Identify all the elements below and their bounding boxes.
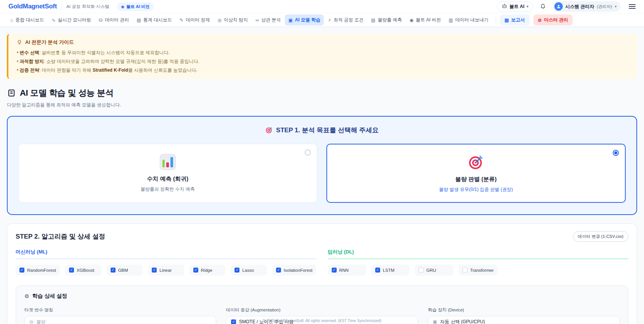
algo-chip-isolationforest[interactable]: IsolationForest (272, 265, 316, 276)
algo-chip-transformer[interactable]: Transformer (459, 265, 498, 276)
nav-label: 상관 분석 (261, 17, 281, 23)
page-title: AI 모델 학습 및 성능 분석 (20, 87, 114, 99)
notifications-button[interactable] (540, 3, 546, 10)
dl-section-title: 딥러닝 (DL) (328, 249, 629, 259)
algo-label: IsolationForest (284, 268, 312, 273)
home-icon: ⌂ (10, 18, 13, 23)
cpu-icon (7, 88, 16, 98)
step2-panel: STEP 2. 알고리즘 및 상세 설정 데이터 변경 (1-CSV.csv) … (7, 223, 637, 324)
top-bar: GoldMagnetSoft AI 공정 최적화 시스템 ◉ 볼트 AI 비전 … (0, 0, 644, 13)
checkbox[interactable] (19, 268, 24, 273)
radio-regression[interactable] (305, 149, 311, 156)
guide-item-label: 과적합 방지 (20, 59, 44, 64)
database-icon: ⛁ (99, 18, 103, 23)
goal-option-regression[interactable]: 수치 예측 (회귀) 불량률의 정확한 수치 예측 (18, 144, 317, 203)
robot-icon (502, 3, 507, 10)
bell-icon (540, 3, 546, 10)
chevron-down-icon: ▾ (527, 5, 528, 8)
eye-icon: ◉ (121, 5, 125, 9)
checkbox[interactable] (152, 268, 157, 273)
footer: © 2025 GoldMagnetSoft. All rights reserv… (0, 319, 644, 323)
algo-chip-gru[interactable]: GRU (415, 265, 453, 276)
algo-label: GRU (426, 268, 436, 273)
nav-label: 불량률 예측 (378, 17, 402, 23)
checkbox[interactable] (375, 268, 380, 273)
checkbox[interactable] (276, 268, 281, 273)
nav-item-data-export[interactable]: ▥데이터 내보내기 (445, 14, 492, 26)
nav-item-bolt-ai-vision[interactable]: ◉볼트 AI 비전 (406, 14, 445, 26)
vision-badge-label: 볼트 AI 비전 (126, 4, 149, 10)
nav-label: 이상치 탐지 (224, 17, 248, 23)
radio-classification[interactable] (613, 150, 619, 156)
guide-item: • 과적합 방지: 소량 데이터셋을 고려하여 강력한 모델 규제(깊이 제한 … (17, 58, 629, 65)
user-menu[interactable]: 시스템 관리자 (관리자) ▾ (553, 1, 620, 12)
user-name: 시스템 관리자 (565, 3, 594, 10)
step1-title-row: STEP 1. 분석 목표를 선택해 주세요 (18, 126, 626, 135)
algo-chip-lasso[interactable]: Lasso (231, 265, 267, 276)
algo-chip-gbm[interactable]: GBM (107, 265, 143, 276)
block-icon: ⊘ (538, 18, 542, 23)
checkbox[interactable] (419, 268, 424, 273)
eye-icon: ◉ (410, 18, 413, 23)
nav-item-realtime-monitoring[interactable]: ∿실시간 모니터링 (48, 14, 95, 26)
algo-label: RandomForest (27, 268, 56, 273)
checkbox[interactable] (111, 268, 116, 273)
guide-item: • 검증 전략: 데이터 편향을 막기 위해 Stratified K-Fold… (17, 67, 629, 74)
master-admin-button[interactable]: ⊘마스터 관리 (533, 14, 573, 26)
checkbox[interactable] (193, 268, 198, 273)
nav-item-dashboard[interactable]: ⌂종합 대시보드 (7, 14, 48, 26)
vision-badge[interactable]: ◉ 볼트 AI 비전 (117, 2, 154, 11)
ml-algo-list: RandomForest XGBoost GBM Linear Ridge La… (16, 265, 316, 276)
change-data-button[interactable]: 데이터 변경 (1-CSV.csv) (573, 231, 628, 242)
nav-item-correlation[interactable]: ∞상관 분석 (252, 14, 284, 26)
nav-item-data-management[interactable]: ⛁데이터 관리 (95, 14, 132, 26)
checkbox[interactable] (69, 268, 74, 273)
goal-option-classification[interactable]: 불량 판별 (분류) 불량 발생 유무(0/1) 집중 판별 (권장) (326, 144, 626, 203)
nav-label: 통계 대시보드 (143, 17, 172, 23)
ml-column: 머신러닝 (ML) RandomForest XGBoost GBM Linea… (16, 249, 316, 276)
guide-title: AI 전문가 분석 가이드 (25, 39, 74, 46)
algo-label: Linear (159, 268, 172, 273)
dart-target-emoji-icon (335, 154, 618, 170)
lightbulb-icon (17, 40, 22, 45)
nav-label: AI 모델 학습 (295, 17, 321, 23)
nav-label: 볼트 AI 비전 (416, 17, 441, 23)
user-role: (관리자) (597, 4, 612, 10)
goal-options: 수치 예측 (회귀) 불량률의 정확한 수치 예측 불량 판별 (분류) 불량 … (18, 144, 626, 203)
guide-title-row: AI 전문가 분석 가이드 (17, 39, 629, 46)
guide-item-label: 변수 선택 (20, 50, 39, 55)
nav-item-data-cleaning[interactable]: ✎데이터 정제 (176, 14, 213, 26)
algo-label: Ridge (201, 268, 212, 273)
report-button[interactable]: ▤보고서 (500, 14, 529, 26)
monitor-icon: ▣ (288, 18, 292, 23)
main-content: AI 전문가 분석 가이드 • 변수 선택: 설비번호 등 무의미한 식별자는 … (0, 27, 644, 324)
nav-item-ai-model-training[interactable]: ▣AI 모델 학습 (285, 14, 324, 26)
checkbox[interactable] (234, 268, 239, 273)
report-icon: ▤ (504, 18, 509, 23)
algo-chip-rnn[interactable]: RNN (328, 265, 366, 276)
step1-title: STEP 1. 분석 목표를 선택해 주세요 (276, 126, 379, 135)
algo-chip-linear[interactable]: Linear (148, 265, 184, 276)
nav-item-optimal-conditions[interactable]: ⚡최적 공정 조건 (324, 14, 367, 26)
algo-chip-lstm[interactable]: LSTM (371, 265, 410, 276)
document-icon: ▤ (371, 18, 375, 23)
nav-item-outlier-detection[interactable]: ◎이상치 탐지 (214, 14, 252, 26)
nav-item-defect-prediction[interactable]: ▤불량률 예측 (368, 14, 405, 26)
algo-chip-ridge[interactable]: Ridge (190, 265, 226, 276)
nav-item-stats-dashboard[interactable]: ▤통계 대시보드 (133, 14, 175, 26)
checkbox[interactable] (463, 268, 467, 273)
device-label: 학습 장치 (Device) (428, 307, 620, 313)
page-header: AI 모델 학습 및 성능 분석 다양한 알고리즘을 통해 최적의 예측 모델을… (7, 87, 637, 108)
algo-chip-xgboost[interactable]: XGBoost (65, 265, 101, 276)
checkbox[interactable] (332, 268, 337, 273)
nav-label: 종합 대시보드 (15, 17, 44, 23)
pen-icon: ✎ (180, 18, 183, 23)
hamburger-menu-icon[interactable] (629, 4, 636, 9)
step2-title: STEP 2. 알고리즘 및 상세 설정 (16, 232, 105, 241)
lightning-icon: ⚡ (328, 18, 331, 23)
bolt-ai-button[interactable]: 볼트 AI ▾ (497, 2, 533, 12)
guide-item: • 변수 선택: 설비번호 등 무의미한 식별자는 시스템이 자동으로 제외합니… (17, 50, 629, 56)
link-icon: ∞ (255, 18, 259, 23)
algo-chip-randomforest[interactable]: RandomForest (16, 265, 60, 276)
augmentation-label: 데이터 증강 (Augmentation) (226, 307, 418, 313)
